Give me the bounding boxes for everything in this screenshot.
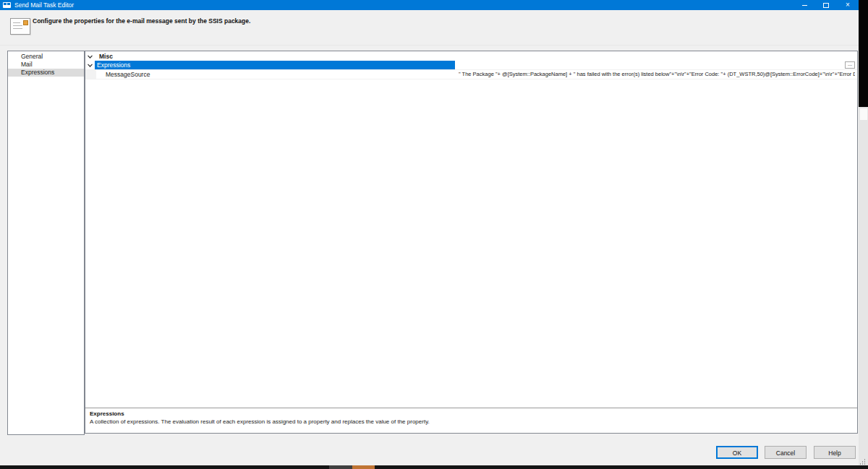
taskbar-sliver[interactable] bbox=[0, 465, 868, 469]
envelope-icon bbox=[10, 18, 30, 35]
selected-category-label[interactable]: Expressions bbox=[95, 61, 455, 69]
send-mail-task-editor-dialog: Send Mail Task Editor × Configure the pr… bbox=[0, 0, 859, 465]
envelope-icon bbox=[3, 2, 11, 8]
cancel-button[interactable]: Cancel bbox=[765, 446, 807, 459]
background-window-light bbox=[859, 107, 868, 465]
property-row-messagesource[interactable]: MessageSource " The Package "+ @[System:… bbox=[85, 69, 857, 79]
dialog-description: Configure the properties for the e-mail … bbox=[33, 17, 250, 25]
maximize-icon bbox=[823, 3, 829, 8]
maximize-button[interactable] bbox=[815, 0, 837, 10]
title-bar[interactable]: Send Mail Task Editor × bbox=[0, 0, 859, 10]
property-grid: Misc Expressions ... MessageSource " The… bbox=[85, 51, 858, 434]
expression-editor-button[interactable]: ... bbox=[845, 61, 855, 69]
window-title: Send Mail Task Editor bbox=[14, 1, 74, 9]
resize-grip[interactable] bbox=[859, 459, 865, 465]
row-gutter bbox=[85, 70, 96, 79]
chevron-down-icon bbox=[88, 64, 93, 67]
dialog-header: Configure the properties for the e-mail … bbox=[0, 10, 859, 46]
category-row-misc[interactable]: Misc bbox=[85, 52, 857, 61]
description-pane-title: Expressions bbox=[90, 410, 853, 417]
sidebar-item-expressions[interactable]: Expressions bbox=[8, 69, 84, 77]
envelope-stamp bbox=[23, 20, 28, 25]
envelope-line bbox=[13, 25, 22, 26]
description-pane-text: A collection of expressions. The evaluat… bbox=[90, 418, 853, 425]
close-button[interactable]: × bbox=[837, 0, 859, 10]
taskbar-item-active[interactable] bbox=[352, 465, 375, 469]
sidebar-item-mail[interactable]: Mail bbox=[8, 61, 84, 69]
ok-button[interactable]: OK bbox=[716, 446, 758, 459]
envelope-line bbox=[13, 22, 20, 23]
taskbar-item-inactive[interactable] bbox=[329, 465, 352, 469]
help-button[interactable]: Help bbox=[814, 446, 856, 459]
minimize-button[interactable] bbox=[793, 0, 815, 10]
category-label: Misc bbox=[99, 52, 113, 61]
sidebar-item-general[interactable]: General bbox=[8, 53, 84, 61]
property-value-expression[interactable]: " The Package "+ @[System::PackageName] … bbox=[459, 70, 855, 79]
page-list: General Mail Expressions bbox=[7, 51, 85, 435]
chevron-down-icon bbox=[88, 55, 93, 59]
envelope-line bbox=[13, 28, 22, 29]
description-pane: Expressions A collection of expressions.… bbox=[85, 408, 857, 433]
collapse-toggle[interactable] bbox=[85, 52, 95, 61]
background-window-fragment bbox=[860, 108, 867, 120]
collapse-toggle[interactable] bbox=[85, 61, 95, 69]
close-icon: × bbox=[846, 1, 850, 9]
category-row-expressions[interactable]: Expressions ... bbox=[85, 61, 857, 69]
minimize-icon bbox=[802, 5, 807, 6]
property-name[interactable]: MessageSource bbox=[106, 70, 150, 79]
background-window-dark bbox=[859, 0, 868, 107]
